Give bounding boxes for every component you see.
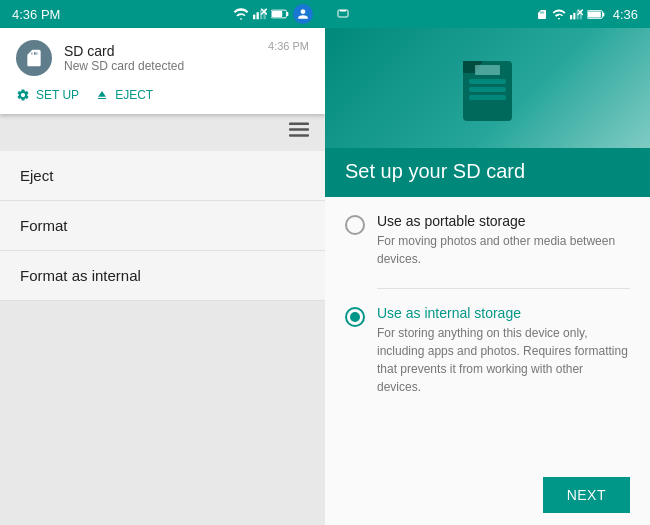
wifi-right-icon xyxy=(552,9,566,20)
status-icons-left xyxy=(233,4,313,24)
notification-text: SD card New SD card detected xyxy=(64,43,260,73)
eject-icon xyxy=(95,88,109,102)
menu-eject-label: Eject xyxy=(20,167,53,184)
internal-desc: For storing anything on this device only… xyxy=(377,324,630,396)
internal-radio[interactable] xyxy=(345,307,365,327)
status-bar-right: 4:36 xyxy=(325,0,650,28)
signal-icon xyxy=(253,8,267,20)
svg-rect-10 xyxy=(289,128,309,131)
portable-title: Use as portable storage xyxy=(377,213,630,229)
hero-title-area: Set up your SD card xyxy=(325,148,650,197)
next-button[interactable]: NEXT xyxy=(543,477,630,513)
svg-rect-26 xyxy=(469,87,506,92)
portable-desc: For moving photos and other media betwee… xyxy=(377,232,630,268)
notification-icon xyxy=(16,40,52,76)
svg-rect-1 xyxy=(257,12,259,19)
portable-label-group: Use as portable storage For moving photo… xyxy=(377,213,630,268)
svg-rect-15 xyxy=(573,12,575,19)
internal-title: Use as internal storage xyxy=(377,305,630,321)
menu-icon[interactable] xyxy=(289,122,309,143)
notification-small-icon xyxy=(337,9,349,19)
notification-time: 4:36 PM xyxy=(268,40,309,52)
menu-item-eject[interactable]: Eject xyxy=(0,151,325,201)
hamburger-icon xyxy=(289,122,309,138)
internal-label-group: Use as internal storage For storing anyt… xyxy=(377,305,630,396)
status-bar-left: 4:36 PM xyxy=(0,0,325,28)
svg-rect-14 xyxy=(570,15,572,19)
setup-action-button[interactable]: SET UP xyxy=(16,88,79,102)
left-panel: 4:36 PM xyxy=(0,0,325,525)
svg-rect-21 xyxy=(602,12,604,16)
svg-rect-9 xyxy=(289,123,309,126)
notification-title: SD card xyxy=(64,43,260,59)
svg-rect-22 xyxy=(588,11,601,17)
internal-storage-option[interactable]: Use as internal storage For storing anyt… xyxy=(345,305,630,396)
wifi-icon xyxy=(233,8,249,20)
svg-rect-27 xyxy=(469,95,506,100)
content-area: Use as portable storage For moving photo… xyxy=(325,197,650,465)
eject-action-button[interactable]: EJECT xyxy=(95,88,153,102)
svg-rect-7 xyxy=(286,12,288,16)
right-panel: 4:36 Set up your SD card Use as portable… xyxy=(325,0,650,525)
avatar-icon xyxy=(293,4,313,24)
options-divider xyxy=(377,288,630,289)
portable-radio[interactable] xyxy=(345,215,365,235)
hero-title: Set up your SD card xyxy=(345,160,630,183)
menu-format-label: Format xyxy=(20,217,68,234)
svg-rect-0 xyxy=(253,15,255,20)
portable-storage-option[interactable]: Use as portable storage For moving photo… xyxy=(345,213,630,268)
battery-icon xyxy=(271,8,289,20)
menu-item-format-internal[interactable]: Format as internal xyxy=(0,251,325,301)
eject-label: EJECT xyxy=(115,88,153,102)
svg-rect-11 xyxy=(289,134,309,137)
notification-subtitle: New SD card detected xyxy=(64,59,260,73)
menu-icon-row xyxy=(0,114,325,151)
sd-card-small-icon xyxy=(24,48,44,68)
menu-format-internal-label: Format as internal xyxy=(20,267,141,284)
svg-rect-8 xyxy=(272,11,282,17)
time-left: 4:36 PM xyxy=(12,7,233,22)
notification-header: SD card New SD card detected 4:36 PM xyxy=(16,40,309,76)
notification-card: SD card New SD card detected 4:36 PM SET… xyxy=(0,28,325,114)
status-icons-right: 4:36 xyxy=(552,7,638,22)
time-right: 4:36 xyxy=(613,7,638,22)
battery-right-icon xyxy=(587,9,605,20)
menu-item-format[interactable]: Format xyxy=(0,201,325,251)
svg-rect-13 xyxy=(340,10,346,12)
svg-rect-25 xyxy=(469,79,506,84)
setup-label: SET UP xyxy=(36,88,79,102)
hero-image-area xyxy=(325,28,650,148)
notification-actions: SET UP EJECT xyxy=(16,84,309,102)
gear-icon xyxy=(16,88,30,102)
sd-indicator-icon xyxy=(536,9,548,19)
sd-card-hero-icon xyxy=(455,51,520,126)
bottom-area: NEXT xyxy=(325,465,650,525)
signal-right-icon xyxy=(570,9,583,20)
svg-rect-28 xyxy=(475,65,500,75)
